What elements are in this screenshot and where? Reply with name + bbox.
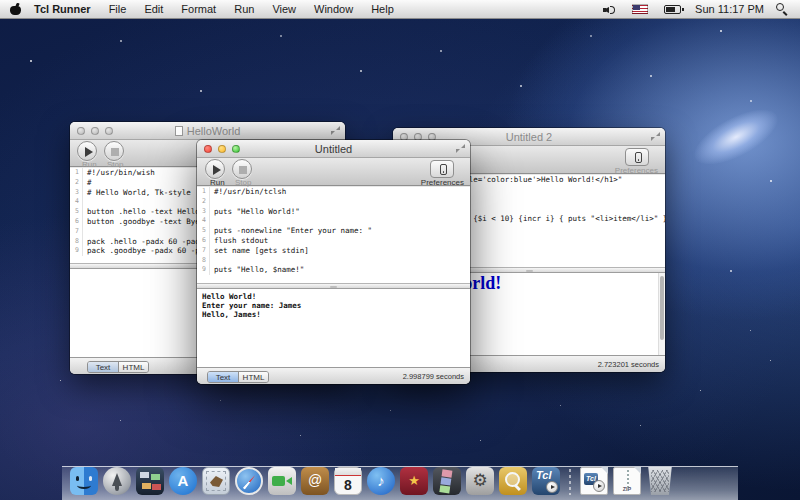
menu-bar: Tcl Runner File Edit Format Run View Win… <box>0 0 800 19</box>
preferences-icon <box>440 164 447 175</box>
code-line: # <box>83 178 92 188</box>
resize-grip-icon[interactable] <box>331 126 340 135</box>
tab-text[interactable]: Text <box>208 372 238 382</box>
code-line: puts "Hello, $name!" <box>210 265 304 275</box>
dock-finder-icon[interactable] <box>70 467 98 495</box>
elapsed-time: 2.998799 seconds <box>403 372 464 381</box>
line-number: 4 <box>197 216 210 226</box>
untitled-toolbar: Run Stop Preferences <box>197 158 470 186</box>
menu-view[interactable]: View <box>263 0 305 19</box>
tab-html[interactable]: HTML <box>238 372 268 382</box>
line-number: 8 <box>197 256 210 266</box>
menu-file[interactable]: File <box>100 0 136 19</box>
spotlight-icon[interactable] <box>776 3 788 15</box>
preferences-button[interactable] <box>625 148 649 166</box>
code-line <box>83 227 87 237</box>
line-number: 2 <box>70 178 83 188</box>
tab-text[interactable]: Text <box>88 362 118 372</box>
dock-mail-icon[interactable] <box>202 467 230 495</box>
line-number: 4 <box>70 197 83 207</box>
zoom-button[interactable] <box>232 145 240 153</box>
dock-app-store-icon[interactable]: A <box>169 467 197 495</box>
app-menu-title[interactable]: Tcl Runner <box>25 0 100 19</box>
code-line: puts -nonewline "Enter your name: " <box>210 226 372 236</box>
code-line: set name [gets stdin] <box>210 246 309 256</box>
preferences-button[interactable] <box>430 160 454 178</box>
run-button[interactable] <box>77 141 97 161</box>
line-number: 2 <box>197 197 210 207</box>
dock-launchpad-icon[interactable] <box>103 467 131 495</box>
resize-grip-icon[interactable] <box>651 132 660 141</box>
close-button[interactable] <box>77 127 85 135</box>
resize-grip-icon[interactable] <box>456 144 465 153</box>
preferences-label: Preferences <box>615 166 658 175</box>
apple-menu[interactable] <box>10 4 21 15</box>
dock-safari-icon[interactable] <box>235 467 263 495</box>
line-number: 5 <box>70 207 83 217</box>
dock-preview-icon[interactable] <box>499 467 527 495</box>
stop-button[interactable] <box>232 159 252 179</box>
run-label: Run <box>210 178 225 187</box>
helloworld-titlebar[interactable]: HelloWorld <box>70 122 345 140</box>
dock-ical-icon[interactable]: 8 <box>334 467 362 495</box>
dock-mission-control-icon[interactable] <box>136 467 164 495</box>
stop-icon <box>239 166 247 174</box>
zoom-button[interactable] <box>105 127 113 135</box>
tcl-runner-glyph: Tcl <box>536 469 552 481</box>
menu-format[interactable]: Format <box>172 0 225 19</box>
line-number: 9 <box>197 265 210 275</box>
line-number: 7 <box>197 246 210 256</box>
dock-facetime-icon[interactable] <box>268 467 296 495</box>
document-icon <box>175 126 183 136</box>
line-number: 6 <box>70 217 83 227</box>
dock-system-preferences-icon[interactable]: ⚙ <box>466 467 494 495</box>
close-button[interactable] <box>204 145 212 153</box>
dock-tcl-runner-icon[interactable]: Tcl <box>532 467 560 495</box>
dock-tcl-document-icon[interactable]: Tcl <box>580 467 608 495</box>
code-line: # Hello World, Tk-style <box>83 188 191 198</box>
input-language-flag-icon[interactable] <box>632 4 648 14</box>
scrollbar-thumb[interactable] <box>660 276 664 340</box>
code-line: pack .hello -padx 60 -pady 5 <box>83 237 213 247</box>
play-badge-icon <box>546 481 558 493</box>
minimize-button[interactable] <box>91 127 99 135</box>
starfield-2 <box>60 380 61 381</box>
galaxy-glow <box>686 99 785 176</box>
play-icon <box>213 165 221 175</box>
battery-icon[interactable] <box>664 5 681 14</box>
menu-edit[interactable]: Edit <box>135 0 172 19</box>
untitled-titlebar[interactable]: Untitled <box>197 140 470 158</box>
dock-imovie-icon[interactable]: ★ <box>400 467 428 495</box>
dock-itunes-icon[interactable]: ♪ <box>367 467 395 495</box>
dock: A @ 8 ♪ ★ ⚙ Tcl Tcl ZIP <box>62 466 738 500</box>
zip-label: ZIP <box>614 486 640 492</box>
menu-clock[interactable]: Sun 11:17 PM <box>689 3 770 15</box>
line-number: 1 <box>70 168 83 178</box>
dock-address-book-icon[interactable]: @ <box>301 467 329 495</box>
menu-help[interactable]: Help <box>362 0 403 19</box>
line-number: 9 <box>70 246 83 256</box>
minimize-button[interactable] <box>218 145 226 153</box>
volume-icon[interactable] <box>603 4 616 15</box>
apple-logo-icon <box>10 6 21 15</box>
dock-photo-booth-icon[interactable] <box>433 467 461 495</box>
line-number: 5 <box>197 226 210 236</box>
preferences-icon <box>635 152 642 163</box>
elapsed-time: 2.723201 seconds <box>598 360 659 369</box>
menu-window[interactable]: Window <box>305 0 362 19</box>
line-number: 1 <box>197 187 210 197</box>
dock-trash-icon[interactable] <box>646 467 674 495</box>
code-line: puts "Hello World!" <box>210 207 300 217</box>
output-scrollbar[interactable] <box>658 273 665 355</box>
stop-icon <box>111 148 119 156</box>
untitled-bottom-bar: Text HTML 2.998799 seconds <box>197 367 470 384</box>
menu-run[interactable]: Run <box>225 0 263 19</box>
tab-html[interactable]: HTML <box>118 362 148 372</box>
run-button[interactable] <box>205 159 225 179</box>
stop-button[interactable] <box>104 141 124 161</box>
line-number: 3 <box>197 207 210 217</box>
untitled-code-editor[interactable]: 1#!/usr/bin/tclsh 2 3puts "Hello World!"… <box>197 187 470 283</box>
line-number: 6 <box>197 236 210 246</box>
code-line: flush stdout <box>210 236 268 246</box>
dock-zip-archive-icon[interactable]: ZIP <box>613 467 641 495</box>
